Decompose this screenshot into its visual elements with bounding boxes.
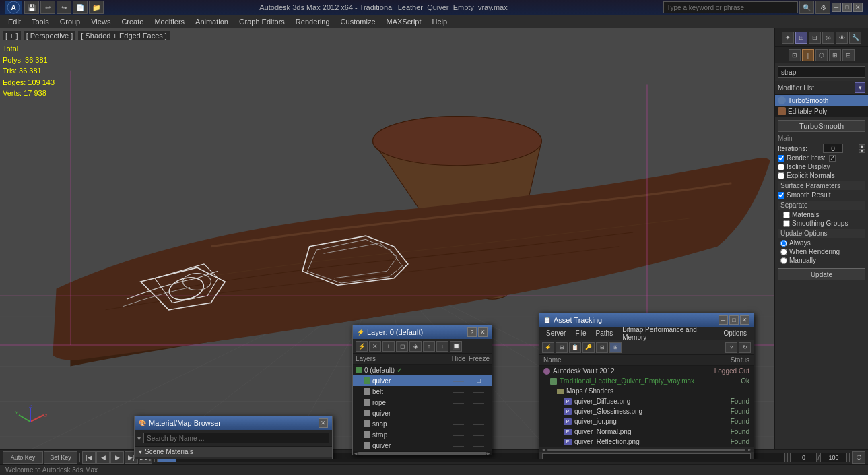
search-options-btn[interactable]: ⚙: [815, 1, 830, 14]
asset-row-ior[interactable]: P quiver_ior.png Found: [539, 416, 754, 426]
quick-access-btn[interactable]: 💾: [24, 1, 39, 14]
ts-smoothing-check[interactable]: [783, 220, 790, 227]
ts-iter-up[interactable]: ▲: [859, 144, 865, 148]
ts-materials-check[interactable]: [783, 212, 790, 218]
playback-start-btn[interactable]: |◀: [82, 451, 96, 464]
time-config-btn[interactable]: ⏱: [852, 451, 865, 464]
playback-play-btn[interactable]: ▶: [110, 451, 124, 464]
ts-manually-radio[interactable]: [780, 257, 787, 264]
playback-prev-btn[interactable]: ◀: [96, 451, 110, 464]
minimize-btn[interactable]: ─: [832, 3, 841, 12]
asset-reload-btn[interactable]: ↻: [739, 342, 751, 353]
mat-titlebar[interactable]: 🎨 Material/Map Browser ✕: [135, 416, 332, 430]
asset-btn3[interactable]: 📋: [569, 342, 581, 353]
layer-movedown-btn[interactable]: ↓: [436, 341, 448, 352]
layer-row-belt[interactable]: belt —— ——: [353, 386, 492, 397]
menu-animation[interactable]: Animation: [190, 16, 234, 27]
layer-scrollbar[interactable]: ◂ ▸: [353, 451, 492, 455]
modifier-list-dropdown-btn[interactable]: ▾: [855, 82, 865, 93]
cmd-icon-utilities[interactable]: 🔧: [849, 32, 861, 44]
cmd-icon-modify[interactable]: ⊞: [795, 32, 807, 44]
asset-row-maps[interactable]: Maps / Shaders: [539, 386, 754, 396]
layer-row-rope[interactable]: rope —— ——: [353, 397, 492, 408]
asset-btn-table[interactable]: ⊞: [609, 342, 622, 353]
menu-graph-editors[interactable]: Graph Editors: [234, 16, 290, 27]
viewport-plus[interactable]: [ + ]: [3, 31, 21, 40]
asset-btn2[interactable]: ⊞: [556, 342, 568, 353]
cmd-search-input[interactable]: [778, 66, 865, 78]
mat-close-btn[interactable]: ✕: [319, 418, 328, 428]
ts-rendering-radio[interactable]: [780, 249, 787, 255]
layer-close-btn[interactable]: ✕: [478, 327, 488, 337]
asset-row-file[interactable]: Traditional_Leather_Quiver_Empty_vray.ma…: [539, 376, 754, 386]
maximize-btn[interactable]: □: [842, 3, 852, 12]
open-btn[interactable]: 📁: [89, 1, 104, 14]
menu-group[interactable]: Group: [55, 16, 86, 27]
asset-help-btn[interactable]: ?: [725, 342, 737, 353]
mat-scene-section[interactable]: ▾ Scene Materials: [135, 447, 332, 457]
layer-row-0-default[interactable]: 0 (default) ✓ —— ——: [353, 365, 492, 375]
frame-input[interactable]: [790, 453, 817, 462]
ts-isoline-check[interactable]: [778, 164, 784, 170]
asset-menu-file[interactable]: File: [571, 328, 590, 338]
ts-iterations-input[interactable]: [823, 144, 843, 153]
layer-row-quiver3[interactable]: quiver —— ——: [353, 440, 492, 451]
asset-row-normal[interactable]: P quiver_Normal.png Found: [539, 426, 754, 437]
layer-row-snap[interactable]: snap —— ——: [353, 418, 492, 429]
layer-add-btn[interactable]: +: [382, 341, 395, 352]
layer-row-quiver2[interactable]: quiver —— ——: [353, 408, 492, 418]
total-frames-input[interactable]: [820, 453, 847, 462]
layer-row-strap[interactable]: strap —— ——: [353, 429, 492, 440]
cmd-icon-create[interactable]: ✦: [782, 32, 794, 44]
layer-delete-btn[interactable]: ✕: [369, 341, 381, 352]
anim-keyset-btn[interactable]: Auto Key: [3, 451, 43, 464]
ts-render-iters-input[interactable]: [829, 155, 836, 162]
cmd-icon-hierarchy[interactable]: ⊟: [809, 32, 821, 44]
asset-menu-paths[interactable]: Paths: [592, 328, 617, 338]
asset-row-glossiness[interactable]: P quiver_Glossiness.png Found: [539, 406, 754, 416]
modifier-turbosmooth[interactable]: TurboSmooth: [775, 95, 868, 106]
cmd-sub-btn1[interactable]: ⊡: [789, 49, 801, 61]
ts-update-btn[interactable]: Update: [778, 268, 865, 280]
layer-row-quiver[interactable]: quiver —— □: [353, 375, 492, 386]
layer-titlebar[interactable]: ⚡ Layer: 0 (default) ? ✕: [353, 325, 492, 339]
menu-views[interactable]: Views: [86, 16, 116, 27]
ts-iter-down[interactable]: ▼: [859, 149, 865, 153]
asset-btn5[interactable]: ⊟: [596, 342, 608, 353]
menu-rendering[interactable]: Rendering: [290, 16, 335, 27]
cmd-icon-motion[interactable]: ◎: [822, 32, 834, 44]
layer-props-btn[interactable]: 🔲: [450, 341, 462, 352]
layer-filter-btn[interactable]: ⚡: [356, 341, 368, 352]
new-btn[interactable]: 📄: [73, 1, 88, 14]
menu-edit[interactable]: Edit: [3, 16, 26, 27]
layer-help-btn[interactable]: ?: [467, 327, 477, 337]
asset-input-bottom[interactable]: [542, 453, 751, 459]
search-input[interactable]: [663, 1, 798, 13]
menu-help[interactable]: Help: [427, 16, 453, 27]
asset-minimize-btn[interactable]: ─: [719, 315, 728, 325]
search-btn[interactable]: 🔍: [799, 1, 814, 14]
undo-btn[interactable]: ↩: [40, 1, 55, 14]
layer-highlight-btn[interactable]: ◈: [409, 341, 422, 352]
asset-row-diffuse[interactable]: P quiver_Diffuse.png Found: [539, 396, 754, 406]
menu-maxscript[interactable]: MAXScript: [381, 16, 427, 27]
asset-scrollbar[interactable]: ◂ ▸: [539, 447, 754, 452]
mat-item-quiver[interactable]: quiver ( VRayMtl ) [belt, quiver, rope, …: [135, 457, 332, 459]
asset-row-vault[interactable]: Autodesk Vault 2012 Logged Out: [539, 366, 754, 376]
asset-menu-server[interactable]: Server: [542, 328, 570, 338]
asset-btn1[interactable]: ⚡: [542, 342, 554, 353]
asset-row-reflection[interactable]: P quiver_Reflection.png Found: [539, 437, 754, 447]
menu-modifiers[interactable]: Modifiers: [149, 16, 190, 27]
redo-btn[interactable]: ↪: [57, 1, 71, 14]
ts-explicit-check[interactable]: [778, 172, 784, 179]
cmd-sub-btn5[interactable]: ⊟: [842, 49, 855, 61]
ts-always-radio[interactable]: [780, 240, 787, 247]
asset-menu-bitmap[interactable]: Bitmap Performance and Memory: [618, 325, 718, 342]
layer-select-btn[interactable]: ◻: [396, 341, 408, 352]
cmd-sub-btn4[interactable]: ⊞: [829, 49, 841, 61]
menu-tools[interactable]: Tools: [26, 16, 55, 27]
asset-menu-options[interactable]: Options: [720, 328, 751, 338]
cmd-sub-btn2[interactable]: |: [802, 49, 814, 61]
asset-btn4[interactable]: 🔑: [582, 342, 595, 353]
modifier-editable-poly[interactable]: Editable Poly: [775, 106, 868, 117]
